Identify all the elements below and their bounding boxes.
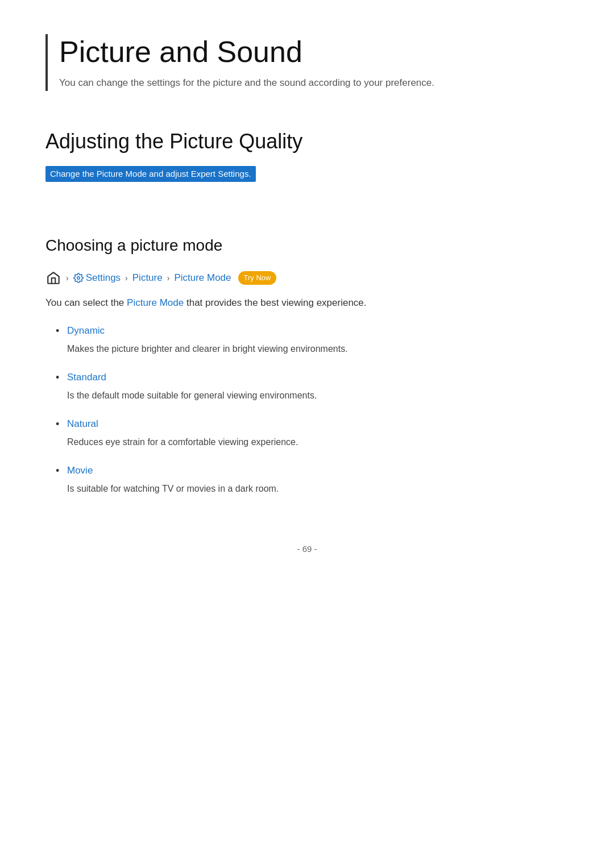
page-footer: - 69 - [45,542,569,556]
section1-highlight: Change the Picture Mode and adjust Exper… [45,166,256,182]
item-desc-standard: Is the default mode suitable for general… [67,391,317,400]
item-term-standard: Standard [67,369,569,385]
page-title-block: Picture and Sound You can change the set… [45,34,569,91]
item-term-natural: Natural [67,416,569,431]
try-now-badge[interactable]: Try Now [238,271,277,285]
breadcrumb-picture-label: Picture [132,270,163,285]
picture-mode-list: Dynamic Makes the picture brighter and c… [45,323,569,497]
item-desc-dynamic: Makes the picture brighter and clearer i… [67,344,348,354]
section2-title: Choosing a picture mode [45,233,569,259]
breadcrumb-picture-mode-link[interactable]: Picture Mode [174,270,231,285]
list-item: Natural Reduces eye strain for a comfort… [51,416,569,450]
intro-rest: that provides the best viewing experienc… [186,297,367,308]
section-picture-mode: Choosing a picture mode › Settings › Pic… [45,233,569,497]
breadcrumb-settings-label: Settings [86,270,121,285]
list-item: Movie Is suitable for watching TV or mov… [51,463,569,497]
item-term-dynamic: Dynamic [67,323,569,338]
page-title: Picture and Sound [59,34,569,69]
svg-point-0 [77,277,80,280]
breadcrumb-picture-link[interactable]: Picture [132,270,163,285]
item-desc-movie: Is suitable for watching TV or movies in… [67,484,279,493]
section-picture-quality: Adjusting the Picture Quality Change the… [45,125,569,205]
breadcrumb-chevron-3: › [167,272,170,284]
page-subtitle: You can change the settings for the pict… [59,75,569,90]
item-desc-natural: Reduces eye strain for a comfortable vie… [67,437,298,447]
breadcrumb-chevron-2: › [125,272,128,284]
breadcrumb-settings-link[interactable]: Settings [73,270,121,285]
item-term-movie: Movie [67,463,569,478]
breadcrumb-chevron-1: › [66,272,69,284]
list-item: Dynamic Makes the picture brighter and c… [51,323,569,357]
gear-icon [73,273,84,283]
breadcrumb: › Settings › Picture › Picture Mode Try … [45,270,569,286]
home-icon[interactable] [45,270,61,286]
page-number: - 69 - [297,544,317,554]
intro-link[interactable]: Picture Mode [127,297,184,308]
list-item: Standard Is the default mode suitable fo… [51,369,569,404]
section1-title: Adjusting the Picture Quality [45,125,569,158]
breadcrumb-picture-mode-label: Picture Mode [174,270,231,285]
intro-prefix: You can select the [45,297,124,308]
section2-intro: You can select the Picture Mode that pro… [45,295,569,312]
